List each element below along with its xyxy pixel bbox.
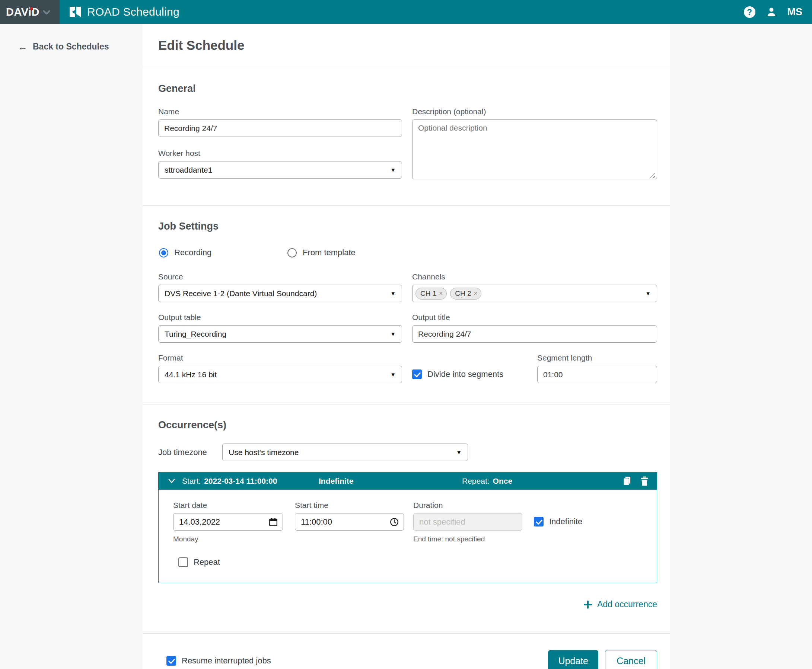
general-heading: General: [158, 83, 657, 94]
chevron-down-icon: ▼: [645, 291, 651, 296]
output-table-value: Turing_Recording: [165, 329, 226, 339]
user-icon[interactable]: [766, 6, 777, 17]
app-logo-icon: [69, 5, 82, 18]
radio-recording-control[interactable]: [159, 248, 168, 257]
start-time-field[interactable]: [295, 513, 404, 531]
radio-from-template-label: From template: [303, 248, 355, 257]
output-title-input[interactable]: [412, 325, 657, 343]
job-settings-heading: Job Settings: [158, 221, 657, 232]
format-select[interactable]: 44.1 kHz 16 bit ▼: [158, 366, 402, 383]
plus-icon: [584, 600, 592, 609]
chevron-down-icon[interactable]: [168, 479, 175, 484]
radio-from-template[interactable]: From template: [287, 248, 355, 257]
resume-interrupted-group[interactable]: Resume interrupted jobs: [167, 656, 271, 666]
update-button[interactable]: Update: [548, 650, 598, 669]
radio-from-template-control[interactable]: [287, 248, 297, 257]
radio-recording[interactable]: Recording: [159, 248, 287, 257]
add-occurrence-label: Add occurrence: [597, 599, 657, 610]
chevron-down-icon: ▼: [456, 449, 462, 455]
page-title: Edit Schedule: [158, 38, 657, 53]
delete-icon[interactable]: [640, 476, 649, 486]
chip-remove-icon[interactable]: ×: [439, 290, 443, 297]
channel-chip-label: CH 1: [420, 289, 436, 298]
format-value: 44.1 kHz 16 bit: [165, 370, 217, 379]
divide-into-segments-group[interactable]: Divide into segments: [412, 370, 537, 383]
job-timezone-value: Use host's timezone: [229, 448, 298, 457]
back-to-schedules-link[interactable]: ← Back to Schedules: [18, 42, 143, 52]
source-select[interactable]: DVS Receive 1-2 (Dante Virtual Soundcard…: [158, 285, 402, 302]
chevron-down-icon: [43, 10, 50, 15]
output-table-label: Output table: [158, 313, 402, 322]
david-logo: DAViD: [6, 0, 39, 24]
cancel-button[interactable]: Cancel: [605, 650, 657, 669]
output-table-select[interactable]: Turing_Recording ▼: [158, 325, 402, 343]
occurrences-heading: Occurrence(s): [158, 419, 657, 431]
source-value: DVS Receive 1-2 (Dante Virtual Soundcard…: [165, 289, 317, 298]
top-bar: DAViD ROAD Scheduling ? MS: [0, 0, 812, 24]
worker-host-select[interactable]: sttroaddante1 ▼: [158, 161, 402, 178]
name-input[interactable]: [158, 119, 402, 137]
channels-label: Channels: [412, 272, 657, 281]
page-title-section: Edit Schedule: [143, 24, 670, 68]
start-date-label: Start date: [173, 501, 283, 510]
repeat-checkbox[interactable]: [179, 557, 188, 567]
edit-schedule-panel: Edit Schedule General Name Worker host s…: [143, 24, 670, 669]
start-date-field[interactable]: [173, 513, 283, 531]
chevron-down-icon: ▼: [390, 167, 396, 173]
david-brand-menu[interactable]: DAViD: [0, 0, 59, 24]
repeat-label: Repeat: [194, 557, 220, 567]
job-type-radio-row: Recording From template: [159, 248, 657, 257]
calendar-icon[interactable]: [268, 517, 278, 527]
help-icon[interactable]: ?: [744, 6, 755, 18]
occurrence-indefinite-summary: Indefinite: [319, 477, 462, 486]
worker-host-value: sttroaddante1: [165, 166, 212, 175]
footer-actions: Resume interrupted jobs Update Cancel: [143, 634, 670, 669]
source-label: Source: [158, 272, 402, 281]
clock-icon[interactable]: [389, 517, 399, 527]
description-textarea[interactable]: [412, 119, 657, 179]
chevron-down-icon: ▼: [390, 372, 396, 377]
occurrence-card: Start:2022-03-14 11:00:00 Indefinite Rep…: [158, 472, 657, 583]
app-title: ROAD Scheduling: [87, 5, 179, 18]
top-bar-actions: ? MS: [744, 6, 812, 18]
channels-multiselect[interactable]: CH 1 × CH 2 × ▼: [412, 285, 657, 302]
job-timezone-row: Job timezone Use host's timezone ▼: [158, 444, 657, 461]
duplicate-icon[interactable]: [622, 476, 632, 486]
divide-into-segments-label: Divide into segments: [428, 370, 504, 379]
job-timezone-select[interactable]: Use host's timezone ▼: [222, 444, 468, 461]
channel-chip: CH 1 ×: [416, 287, 447, 299]
divide-into-segments-checkbox[interactable]: [412, 370, 422, 379]
back-link-label: Back to Schedules: [33, 42, 109, 52]
sidebar: ← Back to Schedules: [0, 24, 143, 669]
user-initials[interactable]: MS: [787, 6, 803, 18]
chevron-down-icon: ▼: [390, 291, 396, 296]
name-label: Name: [158, 107, 402, 116]
occurrence-header[interactable]: Start:2022-03-14 11:00:00 Indefinite Rep…: [158, 472, 657, 490]
repeat-group[interactable]: Repeat: [179, 557, 645, 567]
start-date-weekday: Monday: [173, 535, 295, 543]
general-section: General Name Worker host sttroaddante1 ▼…: [143, 68, 670, 206]
description-label: Description (optional): [412, 107, 657, 116]
end-time-note: End time: not specified: [413, 535, 485, 543]
duration-label: Duration: [413, 501, 522, 510]
output-title-label: Output title: [412, 313, 657, 322]
back-arrow-icon: ←: [18, 42, 27, 52]
add-occurrence-link[interactable]: Add occurrence: [584, 599, 657, 610]
occurrence-body: Start date: [158, 490, 657, 583]
segment-length-input[interactable]: [537, 366, 657, 383]
channel-chip-label: CH 2: [455, 289, 471, 298]
indefinite-checkbox[interactable]: [534, 517, 544, 526]
resume-interrupted-checkbox[interactable]: [167, 656, 176, 666]
start-date-input[interactable]: [174, 513, 268, 530]
start-time-input[interactable]: [295, 513, 389, 530]
worker-host-label: Worker host: [158, 149, 402, 158]
start-time-label: Start time: [295, 501, 404, 510]
format-label: Format: [158, 353, 402, 362]
resume-interrupted-label: Resume interrupted jobs: [182, 656, 271, 666]
duration-input: [414, 513, 517, 530]
channel-chip: CH 2 ×: [450, 287, 482, 299]
chip-remove-icon[interactable]: ×: [474, 290, 478, 297]
indefinite-group[interactable]: Indefinite: [534, 517, 582, 526]
chevron-down-icon: ▼: [390, 331, 396, 337]
occurrence-repeat-summary: Repeat:Once: [462, 477, 622, 486]
